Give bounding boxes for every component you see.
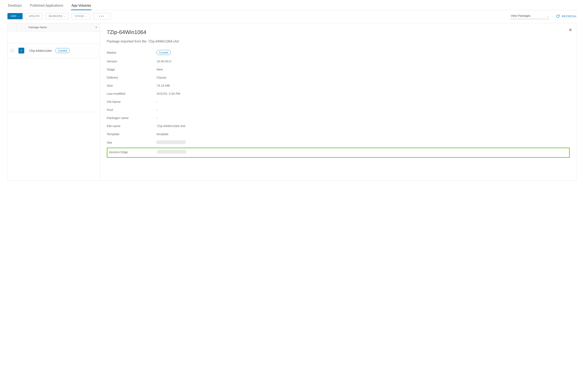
more-actions-button[interactable]: ••• <box>93 13 110 19</box>
field-label-horizon-edge: Horizon Edge <box>109 150 157 154</box>
add-button[interactable]: ADD ⌄ <box>8 13 22 19</box>
markers-button[interactable]: MARKERS ⌄ <box>46 13 69 19</box>
filter-icon[interactable]: ▼ <box>95 26 98 29</box>
field-value-packager: - <box>156 116 570 120</box>
field-label-template: Template <box>107 132 156 136</box>
chevron-down-icon: ⌄ <box>64 15 66 17</box>
marker-badge: Current <box>156 50 171 55</box>
field-value-delivery: Classic <box>156 76 570 79</box>
redacted-block <box>156 140 186 144</box>
detail-subtitle: Package imported from file: 7Zip-64Win10… <box>107 40 570 43</box>
field-value-horizon-edge <box>157 150 568 154</box>
field-label-vmname: VM Name <box>107 100 156 104</box>
chevron-down-icon: ⌄ <box>18 15 20 17</box>
redacted-block <box>157 150 186 154</box>
field-label-marker: Marker <box>107 51 156 54</box>
field-label-pool: Pool <box>107 108 156 112</box>
field-value-template: template <box>156 132 570 136</box>
marker-badge: Current <box>55 48 70 53</box>
view-select-label: View Packages <box>511 14 530 18</box>
list-header: Package Name ▼ <box>8 23 100 32</box>
header-check-cell <box>8 23 17 31</box>
field-value-version: 19.00.00.0 <box>156 60 570 63</box>
field-value-site <box>156 140 570 145</box>
chevron-down-icon: ⌄ <box>85 15 87 17</box>
list-item[interactable]: « 7Zip-64Win1064 Current <box>8 43 100 58</box>
detail-title: 7Zip-64Win1064 <box>107 29 570 36</box>
add-button-label: ADD <box>10 15 16 18</box>
field-label-site: Site <box>107 141 156 144</box>
header-package-name[interactable]: Package Name ▼ <box>26 23 100 31</box>
refresh-button[interactable]: REFRESH <box>556 14 576 18</box>
field-value-pool: - <box>156 108 570 112</box>
markers-button-label: MARKERS <box>49 15 62 18</box>
content-area: Package Name ▼ « 7Zip-64Win1064 Current <box>8 23 576 180</box>
close-icon[interactable]: ✕ <box>568 27 572 33</box>
toolbar: ADD ⌄ UPDATE MARKERS ⌄ STAGE ⌄ ••• View … <box>8 10 576 22</box>
package-list: Package Name ▼ « 7Zip-64Win1064 Current <box>8 23 100 180</box>
field-label-packager: Packager name <box>107 116 156 120</box>
field-value-vmname: - <box>156 100 570 104</box>
field-value-lastmod: 3/22/23, 3:34 PM <box>156 92 570 95</box>
tab-app-volumes[interactable]: App Volumes <box>71 2 92 10</box>
field-label-lastmod: Last modified <box>107 92 156 95</box>
list-spacer-row <box>8 32 100 43</box>
stage-button[interactable]: STAGE ⌄ <box>72 13 90 19</box>
tab-published-applications[interactable]: Published Applications <box>30 2 64 10</box>
field-label-filename: File name <box>107 124 156 128</box>
field-label-version: Version <box>107 60 156 63</box>
row-package-name: 7Zip-64Win1064 <box>29 49 52 52</box>
field-label-stage: Stage <box>107 68 156 71</box>
tab-bar: Desktops Published Applications App Volu… <box>8 0 576 10</box>
radio-icon[interactable] <box>10 49 14 52</box>
tab-desktops[interactable]: Desktops <box>8 2 22 10</box>
view-select[interactable]: View Packages ⌄ <box>510 13 550 19</box>
row-collapse-cell[interactable]: « <box>17 43 26 58</box>
chevron-down-icon: ⌄ <box>546 14 548 17</box>
field-label-size: Size <box>107 84 156 87</box>
refresh-icon <box>556 14 560 18</box>
field-value-size: 74.19 MB <box>156 84 570 87</box>
list-divider <box>8 112 100 112</box>
field-value-filename: 7Zip-64Win1064.vhd <box>156 124 570 128</box>
highlighted-row-horizon-edge: Horizon Edge <box>107 148 570 158</box>
field-label-delivery: Delivery <box>107 76 156 79</box>
detail-panel: ✕ 7Zip-64Win1064 Package imported from f… <box>100 23 576 180</box>
update-button[interactable]: UPDATE <box>26 13 43 19</box>
stage-button-label: STAGE <box>75 15 84 18</box>
detail-fields: Marker Current Version 19.00.00.0 Stage … <box>107 50 570 158</box>
header-spacer-cell <box>17 23 26 31</box>
ellipsis-icon: ••• <box>99 14 105 18</box>
row-select-cell[interactable] <box>8 49 17 52</box>
collapse-left-icon[interactable]: « <box>18 48 24 54</box>
header-package-name-label: Package Name <box>28 26 47 29</box>
field-value-stage: New <box>156 68 570 71</box>
refresh-label: REFRESH <box>562 15 576 18</box>
field-value-marker: Current <box>156 50 570 55</box>
update-button-label: UPDATE <box>28 15 40 18</box>
